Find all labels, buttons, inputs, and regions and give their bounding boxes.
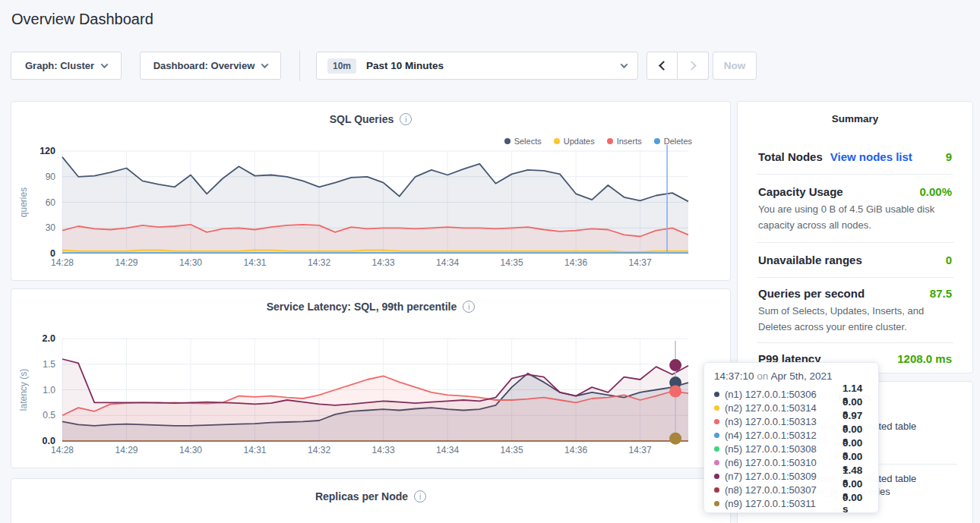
dashboard-dropdown-label: Dashboard: Overview: [153, 60, 255, 71]
svg-text:14:33: 14:33: [372, 257, 395, 268]
chevron-down-icon: [621, 61, 628, 68]
tooltip-node-label: (n1) 127.0.0.1:50306: [725, 389, 837, 400]
sql-chart-plot[interactable]: 14:2814:2914:3014:3114:3214:3314:3414:35…: [11, 102, 730, 280]
tooltip-node-label: (n4) 127.0.0.1:50312: [725, 430, 837, 441]
svg-text:14:34: 14:34: [436, 445, 459, 455]
tooltip-node-label: (n9) 127.0.0.1:50311: [725, 498, 837, 509]
svg-text:60: 60: [46, 197, 56, 208]
unavailable-value: 0: [946, 254, 952, 266]
chevron-left-icon: [659, 61, 669, 71]
qps-label: Queries per second: [758, 287, 865, 300]
svg-text:1.5: 1.5: [43, 359, 55, 370]
latency-chart-plot[interactable]: 14:2814:2914:3014:3114:3214:3314:3414:35…: [11, 289, 730, 468]
qps-desc: Sum of Selects, Updates, Inserts, and De…: [738, 303, 972, 335]
unavailable-row: Unavailable ranges 0: [738, 254, 972, 266]
svg-text:14:32: 14:32: [308, 445, 330, 455]
tooltip-node-label: (n6) 127.0.0.1:50310: [725, 457, 837, 468]
time-range-badge: 10m: [327, 58, 356, 74]
now-button[interactable]: Now: [713, 52, 757, 80]
qps-value: 87.5: [930, 287, 952, 300]
dashboard-dropdown[interactable]: Dashboard: Overview: [140, 52, 281, 80]
capacity-desc: You are using 0 B of 4.5 GiB usable disk…: [738, 201, 972, 233]
summary-divider: [757, 174, 953, 175]
unavailable-label: Unavailable ranges: [758, 254, 862, 266]
tooltip-rows: (n1) 127.0.0.1:503061.14 s(n2) 127.0.0.1…: [714, 387, 868, 510]
controls-divider: [299, 50, 300, 81]
svg-text:2.0: 2.0: [43, 333, 55, 344]
graph-dropdown-label: Graph: Cluster: [25, 60, 94, 71]
tooltip-node-label: (n3) 127.0.0.1:50313: [725, 416, 837, 427]
svg-text:14:29: 14:29: [115, 257, 138, 268]
node-color-dot-icon: [714, 487, 719, 493]
replicas-panel: Replicas per Node: [11, 478, 731, 523]
next-range-button[interactable]: [678, 52, 709, 80]
summary-divider: [757, 342, 953, 343]
svg-text:14:35: 14:35: [501, 257, 523, 268]
tooltip-header: 14:37:10 on Apr 5th, 2021: [714, 370, 868, 382]
tooltip-node-label: (n8) 127.0.0.1:50307: [725, 484, 837, 496]
svg-text:14:37: 14:37: [629, 257, 652, 268]
capacity-value: 0.00%: [919, 185, 952, 198]
svg-text:14:31: 14:31: [244, 257, 267, 268]
svg-text:0.5: 0.5: [43, 410, 55, 421]
tooltip-node-label: (n2) 127.0.0.1:50314: [725, 402, 837, 414]
total-nodes-row: Total Nodes View nodes list 9: [738, 150, 972, 163]
tooltip-node-label: (n7) 127.0.0.1:50309: [725, 471, 837, 482]
capacity-label: Capacity Usage: [758, 185, 843, 198]
replicas-title: Replicas per Node: [315, 490, 408, 503]
node-color-dot-icon: [714, 405, 719, 411]
svg-text:14:32: 14:32: [308, 257, 330, 268]
node-color-dot-icon: [714, 460, 719, 465]
tooltip-node-label: (n5) 127.0.0.1:50308: [725, 443, 837, 455]
chart-title: Replicas per Node: [11, 490, 730, 503]
node-color-dot-icon: [714, 446, 719, 452]
svg-text:14:30: 14:30: [179, 257, 202, 268]
info-icon[interactable]: [414, 490, 426, 503]
chevron-right-icon: [687, 61, 697, 71]
svg-text:14:33: 14:33: [372, 445, 395, 455]
summary-divider: [757, 242, 953, 243]
prev-range-button[interactable]: [646, 52, 678, 80]
time-range-nav: [646, 52, 709, 80]
svg-text:14:37: 14:37: [629, 445, 652, 455]
total-nodes-label: Total Nodes: [758, 150, 823, 163]
tooltip-node-value: 0.00 s: [842, 492, 868, 515]
svg-text:14:30: 14:30: [179, 445, 202, 455]
svg-text:queries: queries: [18, 187, 29, 217]
chevron-down-icon: [261, 61, 269, 68]
svg-text:14:28: 14:28: [51, 257, 74, 268]
graph-dropdown[interactable]: Graph: Cluster: [11, 52, 122, 80]
node-color-dot-icon: [714, 433, 719, 438]
tooltip-date: Apr 5th, 2021: [770, 370, 832, 382]
svg-text:30: 30: [46, 222, 56, 233]
svg-text:1.0: 1.0: [43, 385, 55, 395]
node-color-dot-icon: [714, 392, 719, 397]
node-color-dot-icon: [714, 474, 719, 479]
summary-title: Summary: [738, 102, 972, 124]
view-nodes-link[interactable]: View nodes list: [830, 150, 912, 163]
svg-text:90: 90: [46, 172, 56, 182]
p99-value: 1208.0 ms: [897, 352, 952, 365]
service-latency-panel: Service Latency: SQL, 99th percentile 14…: [11, 288, 731, 468]
svg-text:0: 0: [50, 248, 55, 259]
svg-text:14:29: 14:29: [115, 445, 138, 455]
svg-text:14:36: 14:36: [564, 257, 587, 268]
tooltip: 14:37:10 on Apr 5th, 2021 (n1) 127.0.0.1…: [703, 362, 879, 513]
svg-text:14:34: 14:34: [436, 257, 459, 268]
qps-row: Queries per second 87.5: [738, 287, 972, 300]
tooltip-time: 14:37:10: [714, 370, 754, 382]
svg-text:0.0: 0.0: [43, 436, 55, 446]
summary-divider: [757, 277, 953, 278]
time-range-dropdown[interactable]: 10m Past 10 Minutes: [316, 52, 638, 80]
svg-text:14:36: 14:36: [564, 445, 587, 455]
tooltip-node-row: (n9) 127.0.0.1:503110.00 s: [714, 496, 868, 510]
node-color-dot-icon: [714, 501, 719, 506]
tooltip-on: on: [757, 370, 768, 382]
summary-panel: Summary Total Nodes View nodes list 9 Ca…: [737, 101, 973, 373]
svg-text:120: 120: [40, 146, 55, 156]
time-range-label: Past 10 Minutes: [366, 60, 612, 71]
node-color-dot-icon: [714, 419, 719, 424]
page-title: Overview Dashboard: [11, 11, 153, 28]
svg-text:latency (s): latency (s): [18, 369, 29, 411]
total-nodes-value: 9: [946, 150, 952, 163]
